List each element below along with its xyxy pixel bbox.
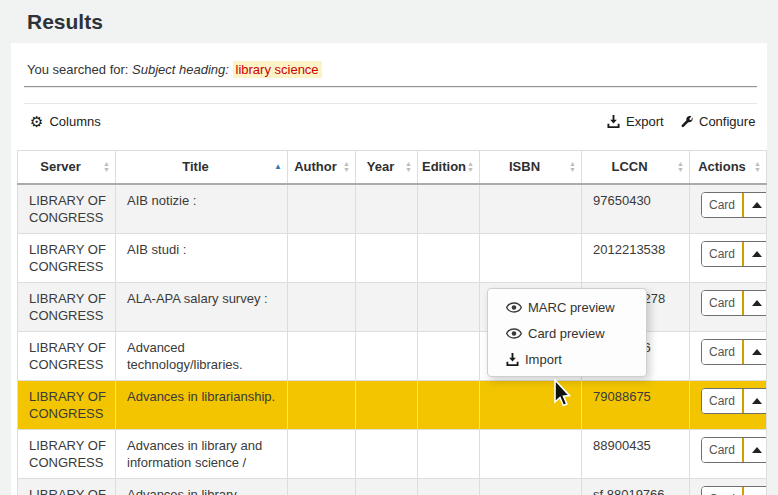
cell-actions: Card [690, 478, 767, 495]
cell-author [288, 282, 356, 331]
actions-dropdown-toggle[interactable] [744, 291, 766, 315]
cell-year [356, 331, 418, 380]
cell-server: LIBRARY OF CONGRESS [18, 184, 116, 234]
export-button[interactable]: Export [607, 114, 664, 129]
actions-dropdown-toggle[interactable] [744, 389, 766, 413]
card-split-button: Card [701, 290, 767, 316]
eye-icon [506, 328, 522, 339]
table-row-highlighted[interactable]: LIBRARY OF CONGRESS Advances in libraria… [18, 380, 767, 429]
card-split-button: Card [701, 192, 767, 218]
column-header-label: Title [182, 159, 209, 174]
column-header-edition[interactable]: Edition▲▼ [418, 151, 480, 184]
configure-button-label: Configure [699, 114, 755, 129]
search-summary: You searched for: Subject heading: libra… [27, 62, 322, 77]
card-split-button: Card [701, 486, 767, 495]
column-header-label: Author [294, 159, 337, 174]
caret-up-icon [752, 251, 762, 257]
search-summary-prefix: You searched for: [27, 62, 132, 77]
card-button[interactable]: Card [702, 389, 744, 413]
actions-dropdown-toggle[interactable] [744, 193, 766, 217]
cell-actions: Card [690, 331, 767, 380]
cell-year [356, 282, 418, 331]
table-row[interactable]: LIBRARY OF CONGRESS ALA-APA salary surve… [18, 282, 767, 331]
cell-isbn [480, 429, 582, 478]
caret-up-icon [752, 349, 762, 355]
table-row[interactable]: LIBRARY OF CONGRESS Advanced technology/… [18, 331, 767, 380]
cell-isbn [480, 184, 582, 234]
cell-server: LIBRARY OF CONGRESS [18, 282, 116, 331]
column-header-actions[interactable]: Actions▲▼ [690, 151, 767, 184]
cell-title: ALA-APA salary survey : [116, 282, 288, 331]
menu-item-marc-preview[interactable]: MARC preview [488, 294, 646, 320]
actions-dropdown-toggle[interactable] [744, 438, 766, 462]
column-header-label: ISBN [509, 159, 540, 174]
cell-author [288, 184, 356, 234]
sort-icon: ▲▼ [569, 161, 576, 173]
configure-button[interactable]: Configure [680, 114, 755, 129]
cell-edition [418, 429, 480, 478]
eye-icon [506, 302, 522, 313]
column-header-isbn[interactable]: ISBN▲▼ [480, 151, 582, 184]
card-button[interactable]: Card [702, 487, 744, 495]
wrench-icon [680, 115, 693, 128]
cell-edition [418, 478, 480, 495]
caret-up-icon [752, 300, 762, 306]
results-table: Server▲▼ Title▲ Author▲▼ Year▲▼ Edition▲… [17, 150, 767, 495]
column-header-label: Edition [422, 159, 466, 174]
actions-dropdown-toggle[interactable] [744, 487, 766, 495]
cell-title: Advances in library information technolo… [116, 478, 288, 495]
cell-author [288, 233, 356, 282]
cell-server: LIBRARY OF CONGRESS [18, 380, 116, 429]
cell-year [356, 380, 418, 429]
divider-faint [24, 103, 757, 104]
cell-lccn: 88900435 [582, 429, 690, 478]
card-split-button: Card [701, 241, 767, 267]
table-header-row: Server▲▼ Title▲ Author▲▼ Year▲▼ Edition▲… [18, 151, 767, 184]
table-row[interactable]: LIBRARY OF CONGRESS Advances in library … [18, 429, 767, 478]
menu-item-label: MARC preview [528, 300, 615, 315]
menu-item-card-preview[interactable]: Card preview [488, 320, 646, 346]
card-button[interactable]: Card [702, 291, 744, 315]
columns-button[interactable]: ⚙ Columns [30, 114, 101, 129]
column-header-lccn[interactable]: LCCN▲▼ [582, 151, 690, 184]
sort-icon: ▲▼ [677, 161, 684, 173]
sort-asc-icon: ▲ [274, 163, 282, 171]
cell-title: AIB studi : [116, 233, 288, 282]
sort-icon: ▲▼ [405, 161, 412, 173]
cell-server: LIBRARY OF CONGRESS [18, 331, 116, 380]
cell-edition [418, 184, 480, 234]
cell-actions: Card [690, 282, 767, 331]
actions-dropdown-toggle[interactable] [744, 340, 766, 364]
actions-dropdown-toggle[interactable] [744, 242, 766, 266]
cell-edition [418, 380, 480, 429]
column-header-label: Server [40, 159, 80, 174]
cell-actions: Card [690, 233, 767, 282]
cell-author [288, 380, 356, 429]
cell-title: AIB notizie : [116, 184, 288, 234]
download-icon [607, 115, 620, 128]
columns-button-label: Columns [49, 114, 100, 129]
column-header-year[interactable]: Year▲▼ [356, 151, 418, 184]
column-header-author[interactable]: Author▲▼ [288, 151, 356, 184]
cell-lccn: 2012213538 [582, 233, 690, 282]
gear-icon: ⚙ [30, 115, 43, 129]
cell-lccn: 97650430 [582, 184, 690, 234]
cell-lccn: sf 88019766 [582, 478, 690, 495]
card-split-button: Card [701, 339, 767, 365]
cell-author [288, 429, 356, 478]
divider [24, 86, 757, 88]
card-button[interactable]: Card [702, 242, 744, 266]
cell-actions: Card [690, 429, 767, 478]
card-button[interactable]: Card [702, 193, 744, 217]
table-row[interactable]: LIBRARY OF CONGRESS Advances in library … [18, 478, 767, 495]
menu-item-import[interactable]: Import [488, 346, 646, 372]
column-header-title[interactable]: Title▲ [116, 151, 288, 184]
import-icon [506, 353, 519, 366]
card-button[interactable]: Card [702, 340, 744, 364]
table-row[interactable]: LIBRARY OF CONGRESS AIB notizie : 976504… [18, 184, 767, 234]
column-header-server[interactable]: Server▲▼ [18, 151, 116, 184]
cell-edition [418, 282, 480, 331]
table-row[interactable]: LIBRARY OF CONGRESS AIB studi : 20122135… [18, 233, 767, 282]
card-button[interactable]: Card [702, 438, 744, 462]
card-split-button: Card [701, 437, 767, 463]
